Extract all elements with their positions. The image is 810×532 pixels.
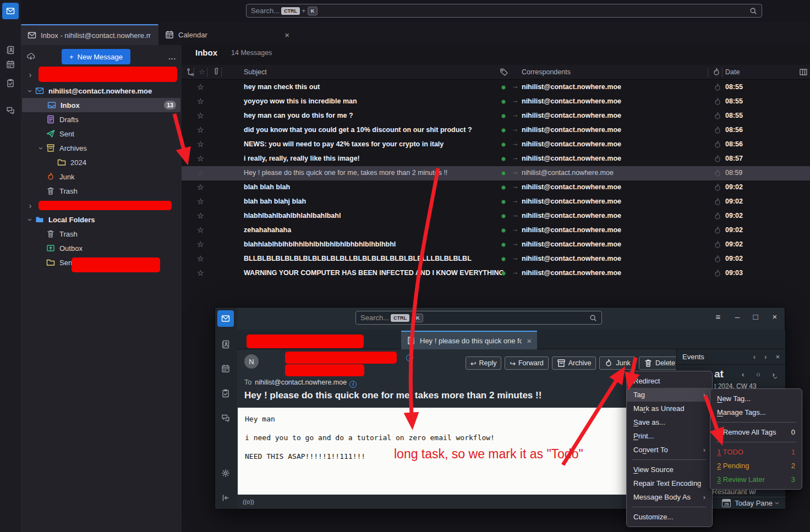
next-icon[interactable]: ›	[764, 353, 767, 361]
chevron-right-icon[interactable]: ›	[25, 70, 35, 79]
star-icon[interactable]: ☆	[197, 83, 204, 91]
chevron-right-icon[interactable]: ›	[25, 201, 35, 210]
column-header-row[interactable]: ☆ Subject Correspondents Date	[182, 65, 810, 80]
message-row[interactable]: ☆i really, really, really like this imag…	[182, 152, 810, 166]
correspondents-column[interactable]: Correspondents	[522, 68, 571, 76]
star-icon[interactable]: ☆	[197, 97, 204, 106]
mail-space-icon[interactable]	[217, 310, 234, 327]
popup-tab-message[interactable]: Hey ! please do this quick one for ×	[401, 331, 537, 349]
menu-item-redirect[interactable]: Redirect	[627, 374, 712, 388]
star-icon[interactable]: ☆	[197, 125, 204, 134]
tasks-icon[interactable]	[2, 75, 19, 91]
menu-item-message-body-as[interactable]: Message Body As›	[627, 490, 712, 504]
message-row[interactable]: ☆hey man can you do this for me ?→nihili…	[182, 109, 810, 123]
star-icon[interactable]: ☆	[197, 240, 204, 249]
prev-icon[interactable]: ‹	[753, 353, 756, 361]
tag-column-icon[interactable]	[500, 68, 508, 76]
message-row[interactable]: ☆did you know that you could get a 10% d…	[182, 123, 810, 138]
minimize-icon[interactable]: –	[731, 312, 743, 321]
message-row[interactable]: ☆BLLBLBLBLBLBLBLBLBLBLBLLBLBLBLBLBLBLBLB…	[182, 252, 810, 266]
folder-row-trash[interactable]: Trash	[21, 227, 182, 241]
star-icon[interactable]: ☆	[197, 226, 204, 234]
collapse-toolbar-icon[interactable]	[217, 490, 234, 506]
mail-space-icon[interactable]	[2, 3, 19, 19]
star-icon[interactable]: ☆	[197, 154, 204, 163]
menu-item-repair-text-encoding[interactable]: Repair Text Encoding	[627, 476, 712, 490]
message-row[interactable]: ☆hey man check this out→nihilist@contact…	[182, 80, 810, 95]
junk-status-icon[interactable]	[713, 269, 722, 278]
menu-item-save-as[interactable]: Save as...	[627, 415, 712, 429]
junk-status-icon[interactable]	[713, 240, 722, 249]
menu-item-mark-as-unread[interactable]: Mark as Unread	[627, 402, 712, 415]
account-row-nihilist-contact-nowhere-moe[interactable]: ›nihilist@contact.nowhere.moe	[21, 84, 182, 98]
close-tab-icon[interactable]: ×	[527, 336, 532, 345]
app-menu-icon[interactable]: ≡	[712, 312, 724, 321]
message-row[interactable]: ☆blah bah blahj blah→nihilist@contact.no…	[182, 195, 810, 209]
close-tab-icon[interactable]: ×	[284, 30, 289, 40]
junk-status-icon[interactable]	[713, 112, 722, 120]
address-book-icon[interactable]	[217, 336, 234, 353]
folder-row-trash[interactable]: Trash	[21, 184, 182, 198]
menu-item-tag[interactable]: Tag›	[627, 388, 712, 402]
menu-item-manage-tags[interactable]: Manage Tags...	[710, 405, 802, 419]
read-status-dot[interactable]	[501, 157, 506, 161]
chat-icon[interactable]	[217, 410, 234, 426]
tab-calendar[interactable]: Calendar ×	[158, 24, 296, 45]
read-status-dot[interactable]	[501, 200, 506, 204]
chevron-down-icon[interactable]: ›	[26, 86, 35, 96]
junk-status-icon[interactable]	[713, 226, 722, 235]
account-row-local-folders[interactable]: ›Local Folders	[21, 212, 182, 227]
reply-button[interactable]: ↩Reply	[466, 357, 501, 370]
message-row[interactable]: ☆blah blah blah→nihilist@contact.nowhere…	[182, 180, 810, 195]
folder-row-redacted[interactable]: ›	[21, 65, 182, 84]
chevron-down-icon[interactable]: ›	[26, 215, 35, 224]
menu-item-print[interactable]: Print...	[627, 429, 712, 443]
message-row[interactable]: ☆yoyoyo wow this is incredible man→nihil…	[182, 95, 810, 109]
column-picker-icon[interactable]	[799, 68, 808, 76]
get-messages-icon[interactable]	[26, 52, 35, 61]
read-status-dot[interactable]	[501, 214, 506, 218]
calendar-icon[interactable]	[217, 360, 234, 377]
calendar-icon[interactable]	[2, 56, 19, 73]
star-column-icon[interactable]: ☆	[199, 68, 205, 76]
message-row[interactable]: ☆blahhlablhblhblhhlbhlbhlbhlbhlbhbhlblhb…	[182, 238, 810, 252]
date-column[interactable]: Date	[725, 68, 740, 76]
read-status-dot[interactable]	[501, 185, 506, 190]
archive-button[interactable]: Archive	[552, 357, 596, 370]
junk-button[interactable]: Junk	[599, 357, 635, 370]
menu-item-0-remove-all-tags[interactable]: 0 Remove All Tags0	[710, 425, 802, 439]
star-icon[interactable]: ☆	[197, 268, 204, 277]
chevron-down-icon[interactable]: ›	[772, 376, 780, 379]
message-row[interactable]: ☆zehahahahaha→nihilist@contact.nowhere.m…	[182, 223, 810, 238]
junk-status-icon[interactable]	[713, 198, 722, 206]
star-icon[interactable]: ☆	[197, 111, 204, 120]
close-window-icon[interactable]: ×	[769, 312, 781, 321]
attachment-column-icon[interactable]	[212, 68, 221, 76]
star-icon[interactable]: ☆	[197, 254, 204, 263]
star-icon[interactable]: ☆	[197, 197, 204, 206]
menu-item-customize[interactable]: Customize...	[627, 510, 712, 524]
star-icon[interactable]: ☆	[197, 168, 204, 177]
forward-button[interactable]: ↪Forward	[505, 357, 548, 370]
folder-row-2024[interactable]: 2024	[21, 155, 182, 169]
chat-icon[interactable]	[2, 102, 19, 119]
folder-row-sent[interactable]: Sent	[21, 127, 182, 141]
message-row[interactable]: ☆hlabhlbahlbahlbhlahlbahlbahl→nihilist@c…	[182, 209, 810, 223]
junk-status-icon[interactable]	[713, 83, 722, 92]
tasks-icon[interactable]	[217, 385, 234, 402]
chevron-down-icon[interactable]: ›	[37, 143, 46, 153]
junk-status-icon[interactable]	[713, 140, 722, 149]
folder-row-inbox[interactable]: Inbox13	[22, 98, 180, 112]
delete-button[interactable]: Delete	[639, 357, 680, 370]
recipient-info-icon[interactable]: i	[349, 381, 357, 388]
read-status-dot[interactable]	[501, 243, 506, 247]
message-row[interactable]: ☆NEWS: you will need to pay 42% taxes fo…	[182, 138, 810, 152]
read-status-dot[interactable]	[501, 142, 506, 147]
folder-row-outbox[interactable]: Outbox	[21, 241, 182, 255]
folder-row-junk[interactable]: Junk	[21, 169, 182, 184]
junk-status-icon[interactable]	[713, 126, 722, 135]
folder-row-archives[interactable]: ›Archives	[21, 141, 182, 155]
menu-item-1-todo[interactable]: 1 TODO1	[710, 445, 802, 459]
junk-status-icon[interactable]	[713, 255, 722, 264]
star-icon[interactable]: ☆	[197, 211, 204, 220]
